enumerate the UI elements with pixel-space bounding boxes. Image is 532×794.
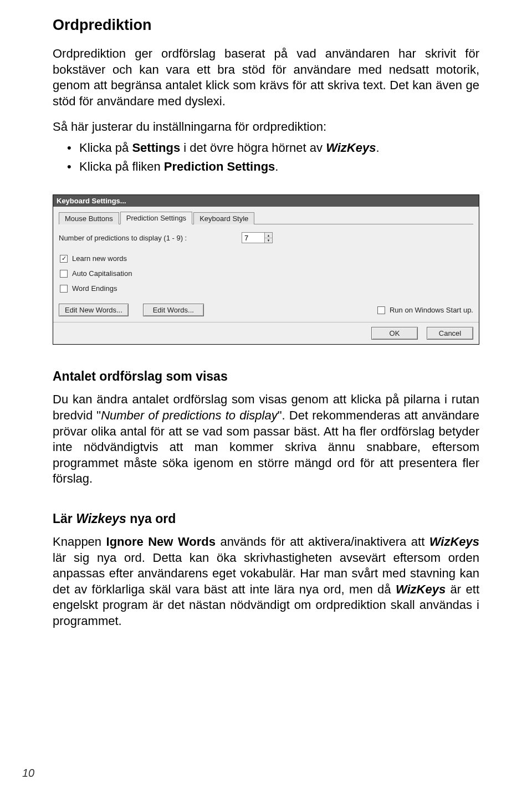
edit-new-words-button[interactable]: Edit New Words... xyxy=(59,304,129,316)
spinner-down-icon[interactable]: ▼ xyxy=(265,238,272,243)
learn-new-words-checkbox[interactable] xyxy=(60,255,68,263)
page-number: 10 xyxy=(22,767,34,780)
ok-button[interactable]: OK xyxy=(371,327,418,340)
spinner-up-icon[interactable]: ▲ xyxy=(265,233,272,238)
bullet-text: . xyxy=(376,141,379,155)
tab-keyboard-style[interactable]: Keyboard Style xyxy=(193,212,254,224)
auto-capitalisation-checkbox[interactable] xyxy=(60,270,68,278)
word-endings-checkbox[interactable] xyxy=(60,285,68,293)
run-on-startup-checkbox[interactable] xyxy=(377,306,385,314)
list-item: Klicka på Settings i det övre högra hörn… xyxy=(79,140,479,156)
tab-mouse-buttons[interactable]: Mouse Buttons xyxy=(59,212,119,224)
bullet-appname: WizKeys xyxy=(326,141,376,155)
bullet-bold: Prediction Settings xyxy=(164,160,275,173)
heading-text: Lär xyxy=(53,511,76,526)
list-item: Klicka på fliken Prediction Settings. xyxy=(79,158,479,175)
instruction-list: Klicka på Settings i det övre högra hörn… xyxy=(53,140,479,175)
learn-new-words-label: Learn new words xyxy=(72,254,127,263)
heading-antal: Antalet ordförslag som visas xyxy=(53,369,479,384)
settings-dialog: Keyboard Settings... Mouse Buttons Predi… xyxy=(53,194,479,345)
tab-prediction-settings[interactable]: Prediction Settings xyxy=(120,212,192,224)
bullet-text: . xyxy=(275,160,278,173)
run-on-startup-label: Run on Windows Start up. xyxy=(390,306,473,314)
dialog-titlebar: Keyboard Settings... xyxy=(53,195,479,207)
bullet-bold: Settings xyxy=(132,141,180,155)
bullet-text: Klicka på xyxy=(79,141,132,155)
heading-lar-nya-ord: Lär Wizkeys nya ord xyxy=(53,511,479,526)
word-endings-label: Word Endings xyxy=(72,284,117,293)
para-appname: WizKeys xyxy=(396,582,446,596)
para-emphasis: Number of predictions to display xyxy=(101,408,278,422)
lar-paragraph: Knappen Ignore New Words används för att… xyxy=(53,534,479,629)
auto-capitalisation-label: Auto Capitalisation xyxy=(72,269,132,278)
heading-text: nya ord xyxy=(126,511,176,526)
num-predictions-spinner[interactable]: ▲ ▼ xyxy=(242,232,273,243)
cancel-button[interactable]: Cancel xyxy=(427,327,473,340)
instructions-lead: Så här justerar du inställningarna för o… xyxy=(53,119,479,135)
heading-emphasis: Wizkeys xyxy=(76,511,126,526)
edit-words-button[interactable]: Edit Words... xyxy=(143,304,204,316)
antal-paragraph: Du kan ändra antalet ordförslag som visa… xyxy=(53,392,479,487)
para-text: Knappen xyxy=(53,535,106,549)
num-predictions-input[interactable] xyxy=(242,232,265,243)
bullet-text: i det övre högra hörnet av xyxy=(180,141,326,155)
para-appname: WizKeys xyxy=(429,535,479,549)
bullet-text: Klicka på fliken xyxy=(79,160,164,173)
para-bold: Ignore New Words xyxy=(106,535,216,549)
para-text: används för att aktivera/inaktivera att xyxy=(216,535,429,549)
intro-paragraph: Ordprediktion ger ordförslag baserat på … xyxy=(53,46,479,109)
tabs-row: Mouse Buttons Prediction Settings Keyboa… xyxy=(59,211,473,224)
num-predictions-label: Number of predictions to display (1 - 9)… xyxy=(59,234,242,242)
heading-ordprediktion: Ordprediktion xyxy=(53,17,479,34)
